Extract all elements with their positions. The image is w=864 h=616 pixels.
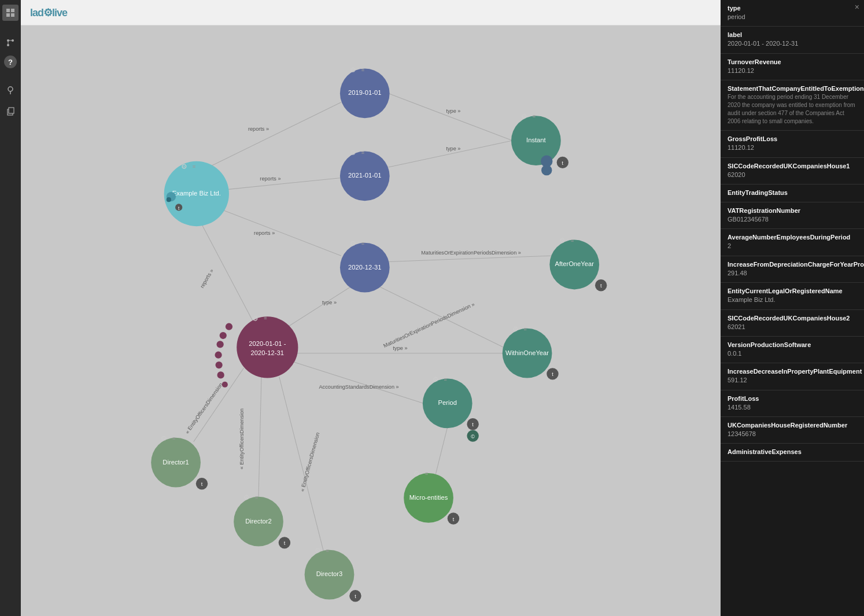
panel-section-2[interactable]: TurnoverRevenue11120.12 xyxy=(721,54,864,80)
edge-label: AccountingStandardsDimension » xyxy=(319,384,398,390)
node-micro-entities[interactable] xyxy=(404,473,453,523)
node-2021[interactable] xyxy=(340,151,390,201)
node-extra-label-pg: © xyxy=(471,434,475,440)
sidebar-copy-icon[interactable] xyxy=(2,103,19,119)
gear-director1: ⚙ xyxy=(161,434,167,442)
svg-line-15 xyxy=(211,205,341,256)
right-panel: × typeperiodlabel2020-01-01 - 2020-12-31… xyxy=(721,0,864,616)
logo-live: live xyxy=(52,7,67,19)
svg-line-18 xyxy=(389,141,512,167)
node-period-green[interactable] xyxy=(423,379,472,429)
gear-withinoneyear: ⚙ xyxy=(512,325,519,333)
panel-key-6: EntityTradingStatus xyxy=(728,189,857,196)
edge-label: type » xyxy=(446,108,460,114)
panel-section-0[interactable]: typeperiod xyxy=(721,0,864,27)
graph-canvas[interactable]: reports » reports » reports » reports » … xyxy=(21,25,721,616)
node-info-label-instant: t xyxy=(562,160,564,166)
gear-micro-entities: ⚙ xyxy=(413,470,420,478)
panel-section-1[interactable]: label2020-01-01 - 2020-12-31 xyxy=(721,27,864,53)
svg-line-13 xyxy=(197,102,341,174)
node-20201231[interactable] xyxy=(340,243,390,293)
panel-section-16[interactable]: AdministrativeExpenses xyxy=(721,444,864,462)
gear-instant: ⚙ xyxy=(521,112,527,120)
panel-key-14: ProfitLoss xyxy=(728,395,857,402)
svg-line-25 xyxy=(279,377,324,551)
panel-value-8: 2 xyxy=(728,242,857,250)
left-sidebar: ? xyxy=(0,0,21,616)
panel-section-8[interactable]: AverageNumberEmployeesDuringPeriod2 xyxy=(721,229,864,256)
panel-section-13[interactable]: IncreaseDecreaseInPropertyPlantEquipment… xyxy=(721,363,864,390)
logo-text: lad xyxy=(30,7,43,19)
svg-line-24 xyxy=(259,374,261,497)
app-logo: lad⚙live xyxy=(30,6,67,19)
node-2019[interactable] xyxy=(340,69,390,119)
svg-point-33 xyxy=(217,371,224,378)
gear-2019: ⚙ xyxy=(350,66,356,74)
panel-value-10: Example Biz Ltd. xyxy=(728,296,857,304)
gear-director2: ⚙ xyxy=(243,493,250,501)
gear-20201231: ⚙ xyxy=(350,239,356,248)
lines-example-biz: ≡ xyxy=(193,164,195,169)
svg-rect-1 xyxy=(11,9,14,12)
edge-label: reports » xyxy=(254,230,275,236)
panel-value-3: For the accounting period ending 31 Dece… xyxy=(728,93,857,126)
panel-value-15: 12345678 xyxy=(728,430,857,438)
panel-key-10: EntityCurrentLegalOrRegisteredName xyxy=(728,287,857,294)
node-afteroneyear[interactable] xyxy=(549,240,599,290)
panel-section-4[interactable]: GrossProfitLoss11120.12 xyxy=(721,131,864,157)
panel-value-4: 11120.12 xyxy=(728,143,857,152)
lines-director1: ≡ xyxy=(172,436,175,441)
panel-section-11[interactable]: SICCodeRecordedUKCompaniesHouse262021 xyxy=(721,310,864,337)
node-director2[interactable] xyxy=(234,497,283,547)
node-director3[interactable] xyxy=(305,550,355,600)
lines-afteroneyear: ≡ xyxy=(571,238,574,244)
panel-section-9[interactable]: IncreaseFromDepreciationChargeForYearPro… xyxy=(721,256,864,283)
panel-section-12[interactable]: VersionProductionSoftware0.0.1 xyxy=(721,337,864,363)
panel-value-5: 62020 xyxy=(728,171,857,179)
panel-key-3: StatementThatCompanyEntitledToExemptionF… xyxy=(728,85,857,92)
svg-line-27 xyxy=(435,427,447,474)
panel-section-7[interactable]: VATRegistrationNumberGB012345678 xyxy=(721,202,864,229)
lines-period-green: ≡ xyxy=(444,377,447,382)
panel-key-11: SICCodeRecordedUKCompaniesHouse2 xyxy=(728,315,857,322)
panel-section-6[interactable]: EntityTradingStatus xyxy=(721,185,864,202)
gear-period: ⚙ xyxy=(252,315,259,323)
node-tiny-examplebiz xyxy=(167,197,171,202)
panel-section-14[interactable]: ProfitLoss1415.58 xyxy=(721,390,864,417)
sidebar-question-icon[interactable]: ? xyxy=(4,56,17,68)
node-withinoneyear[interactable] xyxy=(503,329,552,378)
node-instant[interactable] xyxy=(511,116,561,165)
node-info-label-within: t xyxy=(552,371,553,377)
node-info-label-me: t xyxy=(453,517,455,522)
panel-sections: typeperiodlabel2020-01-01 - 2020-12-31Tu… xyxy=(721,0,864,462)
edge-label: type » xyxy=(393,345,408,351)
panel-key-2: TurnoverRevenue xyxy=(728,58,857,65)
panel-key-12: VersionProductionSoftware xyxy=(728,341,857,348)
close-button[interactable]: × xyxy=(855,2,859,12)
panel-section-10[interactable]: EntityCurrentLegalOrRegisteredNameExampl… xyxy=(721,283,864,309)
svg-rect-0 xyxy=(6,9,10,12)
svg-point-30 xyxy=(217,341,224,348)
svg-rect-3 xyxy=(11,13,14,17)
panel-key-9: IncreaseFromDepreciationChargeForYearPro… xyxy=(728,261,857,268)
panel-key-16: AdministrativeExpenses xyxy=(728,448,857,455)
panel-section-15[interactable]: UKCompaniesHouseRegisteredNumber12345678 xyxy=(721,417,864,444)
panel-key-13: IncreaseDecreaseInPropertyPlantEquipment xyxy=(728,368,857,375)
lines-instant: ≡ xyxy=(533,113,536,119)
node-director1[interactable] xyxy=(151,438,201,488)
svg-point-29 xyxy=(220,332,227,339)
svg-point-9 xyxy=(8,87,13,91)
node-info-label-aoy: t xyxy=(600,283,602,289)
sidebar-grid-icon[interactable] xyxy=(2,5,19,21)
panel-key-7: VATRegistrationNumber xyxy=(728,207,857,214)
svg-line-16 xyxy=(197,215,253,321)
gear-2021: ⚙ xyxy=(350,149,356,157)
sidebar-pin-icon[interactable] xyxy=(2,82,19,98)
sidebar-dots-icon[interactable] xyxy=(2,35,19,51)
lines-director3: ≡ xyxy=(326,548,328,554)
lines-period: ≡ xyxy=(264,315,267,321)
node-period[interactable] xyxy=(237,316,298,378)
panel-section-3[interactable]: StatementThatCompanyEntitledToExemptionF… xyxy=(721,80,864,131)
svg-line-17 xyxy=(389,93,512,141)
panel-section-5[interactable]: SICCodeRecordedUKCompaniesHouse162020 xyxy=(721,158,864,185)
